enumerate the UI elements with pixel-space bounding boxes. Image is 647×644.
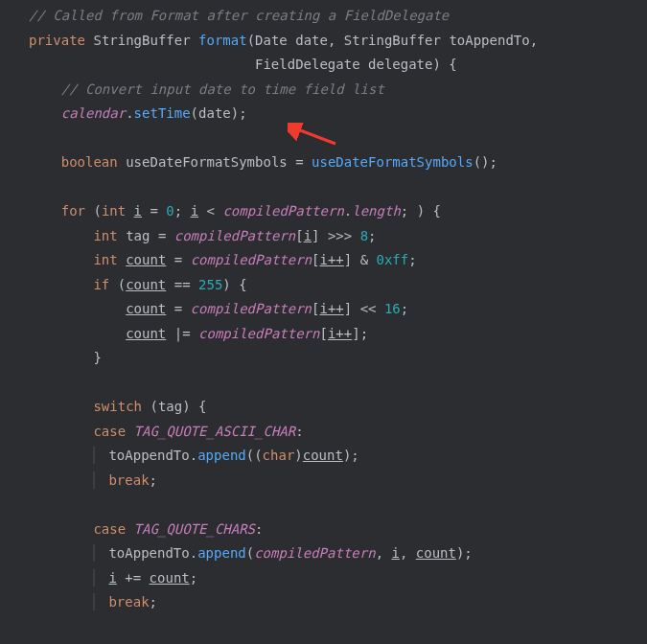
stmt-decl: boolean useDateFormatSymbols = useDateFo… bbox=[0, 150, 647, 175]
method-sig: private StringBuffer format(Date date, S… bbox=[0, 29, 647, 54]
break: break; bbox=[0, 469, 647, 494]
stmt: toAppendTo.append((char)count); bbox=[0, 444, 647, 469]
switch-stmt: switch (tag) { bbox=[0, 395, 647, 420]
if-stmt: if (count == 255) { bbox=[0, 273, 647, 298]
code-block: // Called from Format after creating a F… bbox=[0, 4, 647, 615]
stmt: int count = compiledPattern[i++] & 0xff; bbox=[0, 248, 647, 273]
case: case TAG_QUOTE_CHARS: bbox=[0, 518, 647, 542]
comment: // Called from Format after creating a F… bbox=[0, 4, 647, 29]
stmt: i += count; bbox=[0, 566, 647, 591]
stmt: toAppendTo.append(compiledPattern, i, co… bbox=[0, 541, 647, 566]
brace: } bbox=[0, 346, 647, 371]
break: break; bbox=[0, 590, 647, 615]
stmt-settime: calendar.setTime(date); bbox=[0, 102, 647, 126]
method-sig-cont: FieldDelegate delegate) { bbox=[0, 53, 647, 78]
stmt: int tag = compiledPattern[i] >>> 8; bbox=[0, 224, 647, 249]
stmt: count |= compiledPattern[i++]; bbox=[0, 322, 647, 347]
stmt: count = compiledPattern[i++] << 16; bbox=[0, 297, 647, 322]
case: case TAG_QUOTE_ASCII_CHAR: bbox=[0, 420, 647, 445]
for-loop: for (int i = 0; i < compiledPattern.leng… bbox=[0, 199, 647, 224]
comment: // Convert input date to time field list bbox=[0, 78, 647, 103]
